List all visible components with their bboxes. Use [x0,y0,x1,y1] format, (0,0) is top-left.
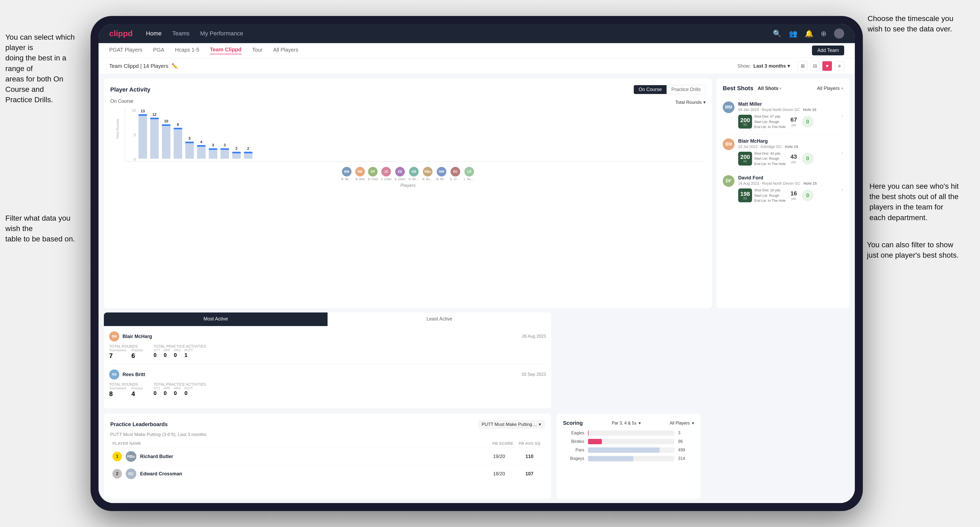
scoring-bar-fill-3 [588,456,633,461]
player-label-7: M. Miller [436,178,447,181]
avatar-item-6[interactable]: RBu R. Butler [422,167,433,181]
mini-avatar-3: JC [381,167,391,176]
bar-chart: 0 5 10 13 12 10 9 5 [125,108,706,162]
drill-selector[interactable]: PUTT Must Make Putting ... ▾ [478,420,545,429]
edit-icon[interactable]: ✏️ [172,63,178,69]
active-stats-1: Total Rounds Tournament 8 Practice 4 Tot… [109,382,546,398]
avatar-item-0[interactable]: BM B. McHarg [341,167,352,181]
chevron-right-icon-2: › [841,186,843,192]
mini-avatar-4: EE [395,167,405,176]
mini-avatar-1: RB [355,167,365,176]
avatar-item-2[interactable]: DF D. Ford [368,167,378,181]
nav-my-performance[interactable]: My Performance [200,30,243,37]
avatar-item-8[interactable]: EC E. Crossman [450,167,461,181]
bell-icon[interactable]: 🔔 [805,30,813,38]
shots-filter[interactable]: All Shots ▾ [757,86,781,91]
lb-row-0[interactable]: 1 RBu Richard Butler 19/20 110 [110,448,545,465]
show-text: Show: [737,63,751,69]
view-grid4-button[interactable]: ⊞ [798,61,807,71]
activity-toggle: On Course Practice Drills [633,85,706,94]
rounds-group-1: Total Rounds Tournament 8 Practice 4 [109,382,143,398]
view-list-button[interactable]: ≡ [835,61,844,71]
on-course-label: On Course [110,98,134,104]
shot-entry-0[interactable]: MM Matt Miller 09 Jan 2023 · Royal North… [723,97,843,134]
view-grid2-button[interactable]: ⊟ [810,61,820,71]
on-course-tab[interactable]: On Course [634,85,667,94]
subnav-tour[interactable]: Tour [252,47,262,54]
active-player-row-1: RB Rees Britt 02 Sep 2023 Total Rounds T… [109,370,546,398]
practice-subtitle: PUTT Must Make Putting (3-6 ft), Last 3 … [110,432,545,437]
col-player-name: PLAYER NAME [112,441,490,446]
mini-avatar-0: BM [342,167,352,176]
y-label-0: 0 [125,157,137,161]
view-heart-button[interactable]: ♥ [822,61,832,71]
add-team-button[interactable]: Add Team [812,46,844,56]
avatar-item-1[interactable]: RB R. Britt [355,167,365,181]
people-icon[interactable]: 👥 [789,30,797,38]
nav-teams[interactable]: Teams [172,30,189,37]
player-label-5: G. Billingham [409,178,419,181]
players-dropdown[interactable]: All Players ▾ [817,86,843,91]
user-avatar[interactable] [834,29,844,39]
lb-row-1[interactable]: 2 EC Edward Crossman 18/20 107 [110,465,545,483]
avatar-item-3[interactable]: JC J. Coles [381,167,392,181]
active-player-header-0: BM Blair McHarg 26 Aug 2023 [109,332,546,341]
avatar-item-7[interactable]: MM M. Miller [436,167,447,181]
show-dropdown[interactable]: Last 3 months ▾ [753,63,790,69]
bar-item-7: 3 [221,143,229,159]
add-icon[interactable]: ⊕ [821,30,827,38]
scoring-bar-label-0: Eagles [563,431,584,435]
subnav-pgat[interactable]: PGAT Players [109,47,142,54]
bar-item-1: 12 [150,112,159,159]
player-avatars-row: BM B. McHarg RB R. Britt DF D. Ford JC J… [110,167,706,181]
rounds-group-0: Total Rounds Tournament 7 Practice 6 [109,344,143,360]
avatar-item-5[interactable]: GB G. Billingham [409,167,419,181]
scoring-bar-track-1 [588,439,674,444]
shot-details-1: 23 Jul 2023 · Ashridge GC Hole 15 [738,144,843,149]
shot-badge-1: 200 SG [738,152,752,165]
bar-item-5: 4 [197,140,205,159]
bar-chart-wrapper: Total Rounds 0 5 10 13 12 1 [110,108,706,162]
scoring-players-filter[interactable]: All Players ▾ [670,421,694,425]
subnav-team-clippd[interactable]: Team Clippd [210,46,242,54]
subnav-hcaps[interactable]: Hcaps 1-5 [175,47,199,54]
chart-filter-dropdown[interactable]: Total Rounds ▾ [675,100,706,105]
tablet-frame: clippd Home Teams My Performance 🔍 👥 🔔 ⊕… [91,16,863,511]
player-label-9: L. Robertson [464,178,474,181]
col-pb-avg: PB AVG SQ [516,441,543,446]
player-label-1: R. Britt [355,178,364,181]
least-active-tab[interactable]: Least Active [328,313,551,326]
shot-details-2: 24 Aug 2023 · Royal North Devon GC Hole … [738,181,843,186]
subnav-all-players[interactable]: All Players [273,47,298,54]
annotation-filter-player: You can also filter to show just one pla… [867,240,959,260]
nav-home[interactable]: Home [146,30,162,37]
lb-score-0: 19/20 [486,454,512,459]
chevron-right-icon-0: › [841,112,843,119]
scoring-bar-value-3: 314 [678,456,694,461]
avatar-item-9[interactable]: LR L. Robertson [464,167,474,181]
scoring-filter[interactable]: Par 3, 4 & 5s ▾ [612,421,641,425]
avatar-item-4[interactable]: EE E. Ebert [395,167,405,181]
y-axis-title: Total Rounds [116,119,119,139]
subnav-pga[interactable]: PGA [153,47,164,54]
shot-info-0: Matt Miller 09 Jan 2023 · Royal North De… [738,102,843,130]
scoring-chevron-icon: ▾ [639,421,641,425]
lb-rank-1: 2 [112,469,122,479]
scoring-bar-value-2: 499 [678,448,694,452]
active-content: BM Blair McHarg 26 Aug 2023 Total Rounds… [104,326,551,408]
bar-item-8: 2 [232,146,241,159]
shot-dist-info-1: Shot Dist: 43 ydsStart Lie: RoughEnd Lie… [754,151,786,167]
nav-links: Home Teams My Performance [146,30,773,37]
lb-player-name-1: Edward Crossman [140,471,482,477]
shot-entry-2[interactable]: DF David Ford 24 Aug 2023 · Royal North … [723,171,843,208]
chart-controls: On Course Total Rounds ▾ [110,98,706,106]
bar-value-7: 3 [224,143,226,147]
search-icon[interactable]: 🔍 [773,30,781,38]
player-label-6: R. Butler [422,178,433,181]
practice-drills-tab[interactable]: Practice Drills [667,85,705,94]
bar-item-0: 13 [138,109,147,159]
shot-entry-1[interactable]: BM Blair McHarg 23 Jul 2023 · Ashridge G… [723,134,843,171]
most-active-tab[interactable]: Most Active [104,313,328,326]
best-shots-title: Best Shots [723,85,753,92]
bar-highlight-3 [173,128,182,129]
